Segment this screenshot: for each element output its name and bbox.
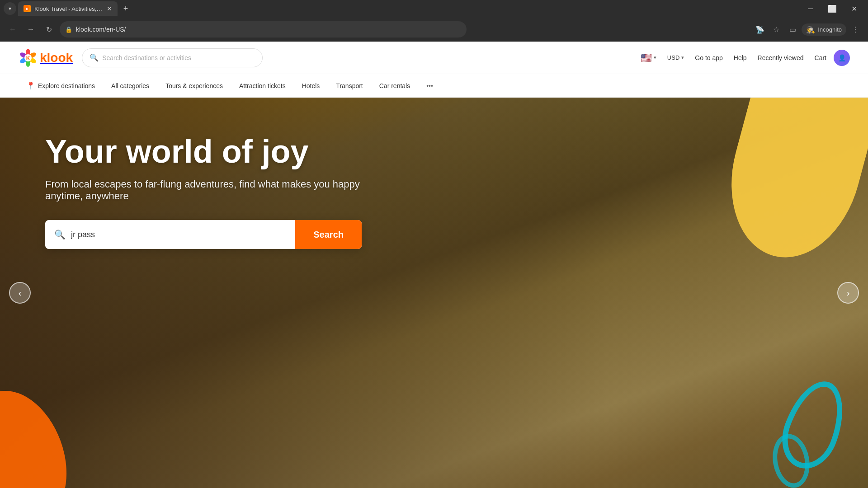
- avatar-icon: 👤: [838, 54, 846, 61]
- nav-more[interactable]: •••: [418, 74, 441, 98]
- nav-hotels[interactable]: Hotels: [294, 74, 328, 98]
- website-content: K klook 🔍 🇺🇸 ▾ USD ▾ Go to app Help Rece…: [0, 42, 868, 488]
- tab-group-button[interactable]: ▾: [4, 2, 16, 15]
- tab-title: Klook Travel - Activities, tours,: [34, 5, 103, 12]
- nav-all-categories[interactable]: All categories: [103, 74, 157, 98]
- incognito-label: Incognito: [818, 26, 842, 33]
- goto-app-link[interactable]: Go to app: [691, 52, 726, 63]
- nav-explore-destinations[interactable]: 📍 Explore destinations: [18, 74, 103, 98]
- header-nav: 🇺🇸 ▾ USD ▾ Go to app Help Recently viewe…: [637, 50, 850, 66]
- hero-section: ‹ › Your world of joy From local escapes…: [0, 98, 868, 488]
- chevron-down-icon: ▾: [681, 55, 684, 61]
- nav-explore-label: Explore destinations: [38, 82, 95, 89]
- nav-attraction-tickets[interactable]: Attraction tickets: [231, 74, 294, 98]
- minimize-button[interactable]: ─: [800, 0, 821, 17]
- sidebar-button[interactable]: ▭: [785, 22, 800, 37]
- site-search-bar[interactable]: 🔍: [82, 48, 263, 67]
- nav-transport[interactable]: Transport: [328, 74, 371, 98]
- maximize-button[interactable]: ⬜: [822, 0, 843, 17]
- location-pin-icon: 📍: [26, 81, 35, 90]
- hero-search-icon: 🔍: [54, 229, 66, 240]
- chevron-down-icon: ▾: [654, 55, 656, 61]
- hero-search-input[interactable]: [71, 230, 290, 239]
- forward-button[interactable]: →: [24, 22, 38, 37]
- cast-button[interactable]: 📡: [753, 22, 767, 37]
- hero-content: Your world of joy From local escapes to …: [0, 98, 407, 285]
- svg-text:K: K: [26, 55, 30, 61]
- nav-transport-label: Transport: [336, 82, 363, 89]
- recently-viewed-link[interactable]: Recently viewed: [754, 52, 807, 63]
- incognito-badge: 🕵 Incognito: [802, 23, 846, 36]
- site-search-input[interactable]: [102, 54, 255, 61]
- nav-tours-label: Tours & experiences: [165, 82, 223, 89]
- bookmark-button[interactable]: ☆: [769, 22, 783, 37]
- refresh-button[interactable]: ↻: [42, 22, 56, 37]
- klook-logo[interactable]: K klook: [18, 48, 73, 68]
- tab-favicon: K: [24, 5, 31, 12]
- svg-text:K: K: [26, 7, 28, 10]
- nav-attraction-label: Attraction tickets: [239, 82, 286, 89]
- nav-hotels-label: Hotels: [302, 82, 320, 89]
- hero-subtitle: From local escapes to far-flung adventur…: [45, 178, 362, 202]
- currency-label: USD: [667, 54, 679, 61]
- incognito-icon: 🕵: [806, 25, 815, 34]
- nav-categories-label: All categories: [111, 82, 149, 89]
- active-tab[interactable]: K Klook Travel - Activities, tours, ✕: [18, 1, 118, 16]
- hero-title: Your world of joy: [45, 134, 362, 169]
- lock-icon: 🔒: [65, 26, 72, 33]
- more-dots-icon: •••: [426, 82, 433, 89]
- hero-search-button[interactable]: Search: [295, 220, 362, 249]
- site-header: K klook 🔍 🇺🇸 ▾ USD ▾ Go to app Help Rece…: [0, 42, 868, 74]
- hero-search-bar: 🔍 Search: [45, 220, 362, 249]
- nav-car-rentals[interactable]: Car rentals: [371, 74, 418, 98]
- site-nav: 📍 Explore destinations All categories To…: [0, 74, 868, 98]
- nav-tours-experiences[interactable]: Tours & experiences: [157, 74, 231, 98]
- klook-logo-text: klook: [40, 51, 73, 65]
- tab-close-button[interactable]: ✕: [107, 5, 112, 12]
- back-button[interactable]: ←: [5, 22, 20, 37]
- language-selector[interactable]: 🇺🇸 ▾: [637, 51, 660, 65]
- url-input[interactable]: klook.com/en-US/: [76, 26, 461, 33]
- new-tab-button[interactable]: +: [119, 2, 132, 15]
- user-avatar[interactable]: 👤: [834, 50, 850, 66]
- help-link[interactable]: Help: [730, 52, 750, 63]
- flag-icon: 🇺🇸: [641, 52, 652, 63]
- address-bar[interactable]: 🔒 klook.com/en-US/: [60, 21, 467, 38]
- search-icon: 🔍: [90, 53, 99, 62]
- more-options-button[interactable]: ⋮: [848, 22, 863, 37]
- klook-logo-icon: K: [18, 48, 38, 68]
- cart-link[interactable]: Cart: [811, 52, 830, 63]
- nav-car-rentals-label: Car rentals: [379, 82, 410, 89]
- close-window-button[interactable]: ✕: [844, 0, 864, 17]
- carousel-next-button[interactable]: ›: [837, 282, 859, 304]
- currency-selector[interactable]: USD ▾: [664, 52, 688, 63]
- carousel-prev-button[interactable]: ‹: [9, 282, 31, 304]
